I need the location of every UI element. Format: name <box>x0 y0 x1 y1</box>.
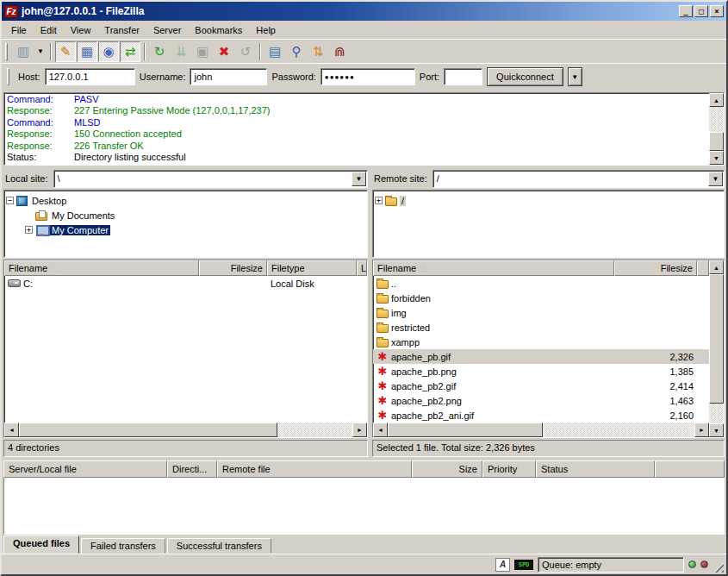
minimize-button[interactable]: _ <box>679 5 693 17</box>
site-manager-dropdown[interactable]: ▼ <box>34 41 47 62</box>
remote-column-header[interactable]: Filesize <box>614 260 697 276</box>
remote-hscrollbar-thumb[interactable] <box>388 423 543 437</box>
queue-column-header[interactable]: Priority <box>482 460 536 478</box>
toggle-log-view-button[interactable]: ✎ <box>55 41 76 62</box>
filename-text: apache_pb2_ani.gif <box>391 410 474 421</box>
local-hscrollbar-thumb[interactable] <box>19 423 277 437</box>
remote-column-header[interactable] <box>697 260 709 276</box>
quickconnect-button[interactable]: Quickconnect <box>487 67 563 86</box>
queue-status-text: Queue: empty <box>538 557 684 573</box>
local-file-row[interactable]: C:Local Disk <box>4 276 367 291</box>
column-label: Filename <box>377 263 416 273</box>
message-log: Command:PASVResponse:227 Entering Passiv… <box>3 92 725 166</box>
menu-server[interactable]: Server <box>146 22 188 38</box>
local-column-header[interactable]: Filesize <box>199 260 267 276</box>
remote-file-row[interactable]: ✱apache_pb2.png1,463 <box>373 393 709 408</box>
port-input[interactable] <box>444 68 482 85</box>
menu-file[interactable]: File <box>4 22 34 38</box>
datatype-icon[interactable]: A <box>495 558 510 572</box>
log-scrollbar-thumb[interactable] <box>709 132 724 151</box>
log-scrollbar[interactable]: ▲ ▼ <box>709 93 724 165</box>
remote-file-row[interactable]: restricted <box>373 320 709 335</box>
local-column-header[interactable]: L <box>357 260 367 276</box>
chevron-down-icon[interactable]: ▼ <box>352 172 366 186</box>
menu-view[interactable]: View <box>64 22 98 38</box>
chevron-down-icon[interactable]: ▼ <box>708 172 723 186</box>
local-hscrollbar[interactable]: ◄ ► <box>4 423 367 437</box>
toggle-local-tree-button[interactable]: ▦ <box>77 41 97 62</box>
scroll-right-icon[interactable]: ► <box>694 423 709 437</box>
remote-file-row[interactable]: ✱apache_pb2.gif2,414 <box>373 379 709 393</box>
remote-file-row[interactable]: forbidden <box>373 291 709 305</box>
queue-column-header[interactable]: Status <box>536 460 655 478</box>
password-input[interactable] <box>320 68 415 85</box>
menu-help[interactable]: Help <box>249 22 283 38</box>
queue-column-header[interactable]: Remote file <box>217 460 412 478</box>
menu-transfer[interactable]: Transfer <box>97 22 146 38</box>
local-column-header[interactable]: Filename△ <box>4 260 199 276</box>
remote-vscrollbar[interactable]: ▲ ▼ <box>709 260 724 437</box>
queue-column-header[interactable]: Directi... <box>167 460 217 478</box>
local-tree-item[interactable]: +My Computer <box>6 222 365 237</box>
filesize-cell: 2,160 <box>614 410 697 421</box>
scroll-up-icon[interactable]: ▲ <box>709 260 724 274</box>
scroll-right-icon[interactable]: ► <box>352 423 367 437</box>
directory-comparison-button[interactable]: ⋒ <box>329 41 350 62</box>
filter-button[interactable]: ▤ <box>264 41 285 62</box>
toggle-remote-tree-button[interactable]: ◉ <box>98 41 119 62</box>
remote-site-combo[interactable]: / ▼ <box>432 170 725 188</box>
local-column-header[interactable]: Filetype <box>267 260 357 276</box>
queue-column-header[interactable]: Server/Local file <box>3 460 167 478</box>
remote-hscrollbar[interactable]: ◄ ► <box>373 423 709 437</box>
host-input[interactable] <box>45 68 135 85</box>
refresh-button[interactable]: ↻ <box>149 41 170 62</box>
collapse-icon[interactable]: − <box>6 197 14 204</box>
queue-column-header[interactable]: Size <box>412 460 482 478</box>
queue-column-header[interactable] <box>655 460 725 478</box>
disconnect-button[interactable]: ✖ <box>214 41 234 62</box>
remote-column-header[interactable]: Filename△ <box>373 260 614 276</box>
site-manager-button[interactable]: ▥ <box>13 41 34 62</box>
remote-file-row[interactable]: ✱apache_pb.png1,385 <box>373 364 709 379</box>
remote-file-row[interactable]: ✱apache_pb2_ani.gif2,160 <box>373 408 709 423</box>
remote-file-row[interactable]: .. <box>373 276 709 291</box>
filename-cell: ✱apache_pb.gif <box>373 351 614 362</box>
filename-text: xampp <box>391 337 420 347</box>
scroll-down-icon[interactable]: ▼ <box>709 423 724 437</box>
file-search-button[interactable]: ⚲ <box>286 41 307 62</box>
quickconnect-grip[interactable] <box>7 68 9 85</box>
image-file-icon: ✱ <box>376 351 389 362</box>
filename-cell: ✱apache_pb2_ani.gif <box>373 410 614 421</box>
scroll-down-icon[interactable]: ▼ <box>709 151 724 165</box>
remote-tree-item[interactable]: +/ <box>375 193 722 208</box>
remote-file-row[interactable]: img <box>373 305 709 320</box>
scroll-left-icon[interactable]: ◄ <box>373 423 388 437</box>
remote-file-row[interactable]: xampp <box>373 335 709 349</box>
username-input[interactable] <box>190 68 267 85</box>
toolbar-grip[interactable] <box>5 43 8 60</box>
scroll-up-icon[interactable]: ▲ <box>709 93 724 107</box>
toolbar-separator <box>144 43 146 60</box>
toggle-queue-view-button[interactable]: ⇄ <box>120 41 140 62</box>
expand-icon[interactable]: + <box>375 197 383 204</box>
synchronized-browsing-button[interactable]: ⇅ <box>308 41 328 62</box>
remote-file-row[interactable]: ✱apache_pb.gif2,326 <box>373 349 709 364</box>
menu-bookmarks[interactable]: Bookmarks <box>188 22 249 38</box>
quickconnect-dropdown[interactable]: ▼ <box>568 67 582 86</box>
tab-successful-transfers[interactable]: Successful transfers <box>167 538 271 554</box>
maximize-button[interactable]: □ <box>694 5 708 17</box>
speed-limit-icon[interactable]: SPD <box>514 560 533 570</box>
tab-queued-files[interactable]: Queued files <box>3 535 79 554</box>
menu-edit[interactable]: Edit <box>34 22 64 38</box>
scroll-left-icon[interactable]: ◄ <box>4 423 19 437</box>
resize-grip[interactable] <box>712 561 724 573</box>
local-tree-item[interactable]: My Documents <box>6 208 365 222</box>
local-tree-item[interactable]: −Desktop <box>6 193 365 208</box>
local-site-combo[interactable]: \ ▼ <box>53 170 368 188</box>
image-file-icon: ✱ <box>376 410 389 421</box>
tab-failed-transfers[interactable]: Failed transfers <box>81 538 165 554</box>
filename-cell: ✱apache_pb.png <box>373 366 614 377</box>
expand-icon[interactable]: + <box>25 226 33 234</box>
close-button[interactable]: × <box>710 5 724 17</box>
remote-vscrollbar-thumb[interactable] <box>709 274 724 404</box>
